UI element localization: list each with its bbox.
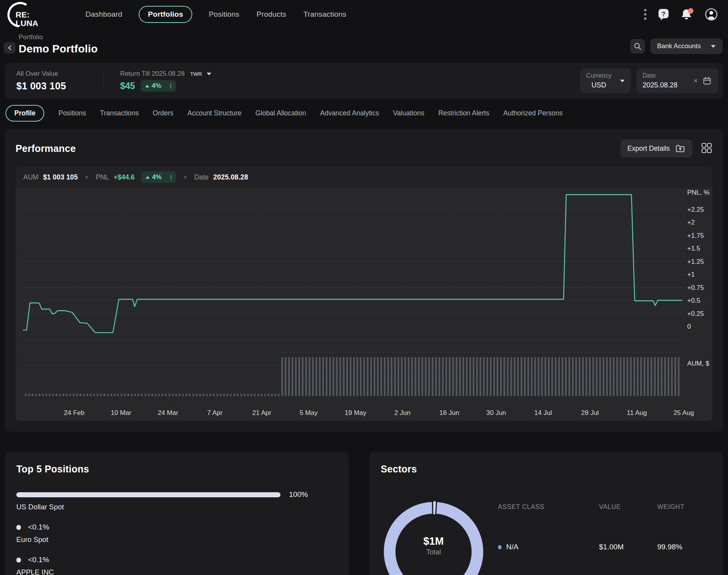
chevron-down-icon <box>711 45 716 48</box>
sectors-header-weight: WEIGHT <box>657 503 712 521</box>
bank-accounts-dropdown[interactable]: Bank Accounts <box>650 38 723 54</box>
position-item-apple-inc: <0.1%APPLE INC <box>16 556 337 575</box>
tab-global-allocation[interactable]: Global Allocation <box>256 109 306 117</box>
tab-account-structure[interactable]: Account Structure <box>188 109 242 117</box>
svg-text:25 Aug: 25 Aug <box>674 409 694 416</box>
performance-chart[interactable]: PNL, %+2.25+2+1.75+1.5+1.25+1+0.75+0.5+0… <box>16 188 712 421</box>
performance-chart-svg: PNL, %+2.25+2+1.75+1.5+1.25+1+0.75+0.5+0… <box>16 188 712 419</box>
pnl-label: PNL <box>96 173 109 181</box>
date-value: 2025.08.28 <box>643 81 677 89</box>
svg-text:+0.25: +0.25 <box>687 310 704 317</box>
currency-dropdown[interactable]: Currency USD <box>580 68 631 93</box>
svg-text:24 Mar: 24 Mar <box>158 409 178 416</box>
return-change-badge: 4% <box>141 80 176 92</box>
chevron-down-icon <box>620 80 625 82</box>
sector-asset-class: N/A <box>498 543 599 562</box>
svg-text:RE:: RE: <box>16 10 30 19</box>
tab-restriction-alerts[interactable]: Restriction Alerts <box>438 109 489 117</box>
avatar-icon[interactable] <box>705 8 718 21</box>
breadcrumb: Portfolio <box>19 33 98 41</box>
all-over-value-label: All Over Value <box>16 70 66 78</box>
position-name: Euro Spot <box>16 535 337 544</box>
date-label: Date <box>643 72 677 79</box>
date-picker[interactable]: Date 2025.08.28 × <box>636 68 718 93</box>
position-weight: 100% <box>289 490 308 499</box>
svg-text:28 Jul: 28 Jul <box>581 409 599 416</box>
pnl-value: +$44.6 <box>114 173 135 181</box>
arrow-up-icon <box>146 176 150 179</box>
svg-text:21 Apr: 21 Apr <box>252 409 271 416</box>
app-logo: RE: LUNA <box>4 1 51 28</box>
currency-value: USD <box>586 81 611 89</box>
nav-item-transactions[interactable]: Transactions <box>303 7 347 22</box>
kebab-menu-icon[interactable] <box>644 8 647 21</box>
stats-bar: All Over Value $1 003 105 Return Till 20… <box>5 63 723 99</box>
grid-view-icon[interactable] <box>701 142 712 155</box>
calendar-icon[interactable] <box>702 76 712 85</box>
donut-total-value: $1M <box>381 535 486 547</box>
svg-text:+1.25: +1.25 <box>687 258 704 265</box>
all-over-value-block: All Over Value $1 003 105 <box>16 70 66 92</box>
svg-text:+2.25: +2.25 <box>687 206 704 213</box>
nav-item-products[interactable]: Products <box>256 7 287 22</box>
svg-text:0: 0 <box>687 323 691 330</box>
svg-text:?: ? <box>662 11 665 17</box>
svg-text:5 May: 5 May <box>300 409 318 416</box>
nav-item-positions[interactable]: Positions <box>208 7 240 22</box>
position-weight-bar <box>16 558 21 563</box>
help-icon[interactable]: ? <box>657 8 670 21</box>
performance-panel: Performance Export Details AUM $1 003 10… <box>5 129 723 432</box>
svg-text:24 Feb: 24 Feb <box>64 409 85 416</box>
arrow-up-icon <box>145 85 149 87</box>
bell-icon[interactable] <box>680 8 694 21</box>
sector-dot-icon <box>498 545 502 549</box>
aum-value: $1 003 105 <box>43 173 78 181</box>
back-button[interactable] <box>4 42 16 54</box>
aum-label: AUM <box>23 173 38 181</box>
sectors-panel: Sectors $1M Total ASSET CLASSVALUEWEIGHT… <box>369 452 723 575</box>
top-positions-title: Top 5 Positions <box>16 463 337 475</box>
position-item-us-dollar-spot: 100%US Dollar Spot <box>16 490 337 511</box>
badge-tick <box>171 175 172 180</box>
top-header: RE: LUNA DashboardPortfoliosPositionsPro… <box>0 0 728 29</box>
all-over-value: $1 003 105 <box>16 80 66 92</box>
main-nav: DashboardPortfoliosPositionsProductsTran… <box>85 6 347 23</box>
clear-date-button[interactable]: × <box>693 77 698 85</box>
return-mode: TWR <box>190 71 202 77</box>
svg-text:+0.75: +0.75 <box>687 284 704 291</box>
tab-valuations[interactable]: Valuations <box>393 109 424 117</box>
nav-item-dashboard[interactable]: Dashboard <box>85 7 123 22</box>
tab-positions[interactable]: Positions <box>58 109 86 117</box>
export-details-button[interactable]: Export Details <box>620 139 692 157</box>
svg-text:19 May: 19 May <box>345 409 366 416</box>
portfolio-tabs: ProfilePositionsTransactionsOrdersAccoun… <box>5 105 723 122</box>
sectors-table: ASSET CLASSVALUEWEIGHTN/A$1.00M99.98%Tec… <box>498 492 712 575</box>
donut-total-label: Total <box>381 548 486 556</box>
currency-label: Currency <box>586 72 611 79</box>
tab-transactions[interactable]: Transactions <box>100 109 139 117</box>
search-button[interactable] <box>630 39 645 54</box>
return-mode-dropdown[interactable]: TWR <box>188 71 211 77</box>
tab-profile[interactable]: Profile <box>5 105 44 122</box>
return-block: Return Till 2025.08.28 TWR $45 4% <box>120 70 211 92</box>
tab-orders[interactable]: Orders <box>153 109 173 117</box>
svg-text:16 Jun: 16 Jun <box>439 409 459 416</box>
return-value: $45 <box>120 81 135 91</box>
tab-advanced-analytics[interactable]: Advanced Analytics <box>320 109 379 117</box>
tab-authorized-persons[interactable]: Authorized Persons <box>503 109 563 117</box>
aum-axis-label: AUM, $ <box>687 360 709 367</box>
badge-tick <box>170 84 171 89</box>
svg-text:+0.5: +0.5 <box>687 297 700 304</box>
pnl-axis-label: PNL, % <box>687 189 710 196</box>
position-weight-bar <box>16 492 280 497</box>
sectors-donut-chart[interactable]: $1M Total <box>381 490 486 575</box>
separator-dot <box>85 176 88 178</box>
folder-export-icon <box>675 144 685 153</box>
nav-item-portfolios[interactable]: Portfolios <box>139 6 193 23</box>
svg-text:10 Mar: 10 Mar <box>111 409 131 416</box>
position-weight-bar <box>16 525 21 530</box>
chart-legend: AUM $1 003 105 PNL +$44.6 4% Date 2025.0… <box>16 167 712 188</box>
position-weight: <0.1% <box>28 556 49 564</box>
pnl-change-badge: 4% <box>141 171 177 183</box>
performance-title: Performance <box>16 143 76 154</box>
